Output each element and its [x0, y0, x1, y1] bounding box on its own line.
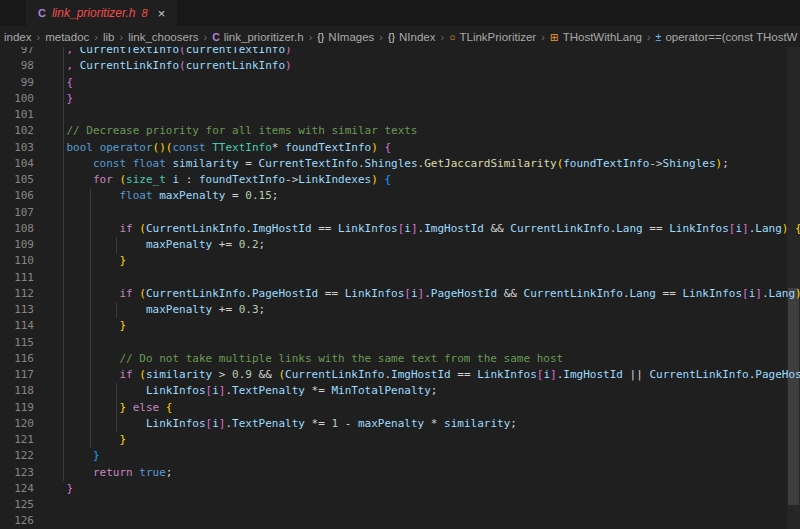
code-line[interactable]: 113 maxPenalty += 0.3;: [0, 302, 800, 318]
code-token: [40, 368, 119, 381]
code-line[interactable]: 117 if (similarity > 0.9 && (CurrentLink…: [0, 367, 800, 383]
line-number: 109: [0, 237, 40, 253]
breadcrumb-item[interactable]: ±operator==(const THostW: [656, 31, 798, 43]
code-line-content: if (CurrentLinkInfo.PageHostId == LinkIn…: [40, 286, 800, 302]
breadcrumb-item[interactable]: ⊞THostWithLang: [550, 31, 642, 43]
code-token: (: [139, 287, 146, 300]
code-line-content: // Decrease priority for all items with …: [40, 123, 418, 139]
code-line[interactable]: 112 if (CurrentLinkInfo.PageHostId == Li…: [0, 286, 800, 302]
code-token: .: [762, 287, 769, 300]
code-line[interactable]: 126: [0, 513, 800, 529]
code-line[interactable]: 103 bool operator()(const TTextInfo* fou…: [0, 140, 800, 156]
code-line[interactable]: 121 }: [0, 432, 800, 448]
breadcrumb-label: NImages: [328, 31, 374, 43]
code-token: if: [119, 287, 132, 300]
line-number: 104: [0, 156, 40, 172]
code-line[interactable]: 109 maxPenalty += 0.2;: [0, 237, 800, 253]
code-line[interactable]: 98 , CurrentLinkInfo(currentLinkInfo): [0, 58, 800, 74]
code-token: [40, 92, 67, 105]
code-editor[interactable]: 97 , CurrentTextInfo(currentTextInfo)98 …: [0, 47, 800, 529]
breadcrumb-item[interactable]: metadoc: [45, 31, 89, 43]
line-number: 118: [0, 383, 40, 399]
line-number: 119: [0, 400, 40, 416]
line-number: 126: [0, 513, 40, 529]
code-token: maxPenalty: [146, 238, 212, 251]
code-token: CurrentLinkInfo: [285, 368, 384, 381]
code-token: Lang: [630, 287, 657, 300]
code-token: foundTextInfo: [199, 173, 285, 186]
code-line[interactable]: 108 if (CurrentLinkInfo.ImgHostId == Lin…: [0, 221, 800, 237]
code-token: ->: [649, 157, 662, 170]
code-token: CurrentLinkInfo: [146, 287, 245, 300]
code-token: [40, 254, 119, 267]
code-token: i: [411, 287, 418, 300]
code-line[interactable]: 110 }: [0, 253, 800, 269]
line-number: 107: [0, 205, 40, 221]
code-token: {: [795, 222, 800, 235]
code-token: ()(: [153, 141, 173, 154]
close-icon[interactable]: ×: [158, 7, 166, 20]
code-token: foundTextInfo: [563, 157, 649, 170]
code-token: LinkInfos: [477, 368, 537, 381]
code-line[interactable]: 106 float maxPenalty = 0.15;: [0, 188, 800, 204]
code-token: CurrentLinkInfo: [524, 287, 623, 300]
code-token: LinkInfos: [146, 384, 206, 397]
code-line-content: float maxPenalty = 0.15;: [40, 188, 278, 204]
breadcrumb-item[interactable]: {}NImages: [317, 31, 374, 43]
code-token: i: [212, 384, 219, 397]
breadcrumb-item[interactable]: lib: [103, 31, 115, 43]
code-line[interactable]: 104 const float similarity = CurrentText…: [0, 156, 800, 172]
code-token: CurrentTextInfo: [259, 157, 358, 170]
code-line[interactable]: 116 // Do not take multiple links with t…: [0, 351, 800, 367]
breadcrumb-item[interactable]: index: [4, 31, 32, 43]
line-number: 111: [0, 270, 40, 286]
code-token: [40, 173, 93, 186]
code-token: PageHostId: [252, 287, 318, 300]
line-number: 99: [0, 75, 40, 91]
code-line[interactable]: 125: [0, 497, 800, 513]
code-line[interactable]: 102 // Decrease priority for all items w…: [0, 123, 800, 139]
code-line[interactable]: 118 LinkInfos[i].TextPenalty *= MinTotal…: [0, 383, 800, 399]
code-token: [40, 417, 146, 430]
code-token: Shingles: [365, 157, 418, 170]
code-token: .: [623, 287, 630, 300]
code-token: {: [384, 141, 391, 154]
breadcrumb-item[interactable]: ○TLinkPrioritizer: [449, 31, 536, 43]
code-token: [: [404, 287, 411, 300]
code-line[interactable]: 107: [0, 205, 800, 221]
code-line[interactable]: 123 return true;: [0, 465, 800, 481]
code-line[interactable]: 97 , CurrentTextInfo(currentTextInfo): [0, 47, 800, 58]
code-line[interactable]: 111: [0, 270, 800, 286]
code-line[interactable]: 100 }: [0, 91, 800, 107]
code-token: [73, 47, 80, 56]
breadcrumb-item[interactable]: Clink_prioritizer.h: [212, 31, 304, 43]
code-line[interactable]: 105 for (size_t i : foundTextInfo->LinkI…: [0, 172, 800, 188]
code-line[interactable]: 124 }: [0, 481, 800, 497]
code-token: }: [93, 449, 100, 462]
code-line[interactable]: 99 {: [0, 75, 800, 91]
breadcrumb-item[interactable]: link_choosers: [128, 31, 198, 43]
code-line[interactable]: 119 } else {: [0, 400, 800, 416]
code-token: i: [404, 222, 411, 235]
editor-tab-link-prioritizer[interactable]: C link_prioritizer.h 8 ×: [26, 0, 177, 26]
code-token: [126, 401, 133, 414]
code-token: operator: [100, 141, 153, 154]
line-number: 124: [0, 481, 40, 497]
code-token: &&: [484, 222, 511, 235]
line-number: 121: [0, 432, 40, 448]
code-token: ): [795, 287, 800, 300]
code-token: 0.2: [239, 238, 259, 251]
code-line[interactable]: 114 }: [0, 318, 800, 334]
code-token: ==: [643, 222, 670, 235]
breadcrumb-item[interactable]: {}NIndex: [388, 31, 435, 43]
code-token: Lang: [769, 287, 796, 300]
code-token: }: [67, 92, 74, 105]
code-line[interactable]: 115: [0, 335, 800, 351]
code-line[interactable]: 101: [0, 107, 800, 123]
code-line-content: if (CurrentLinkInfo.ImgHostId == LinkInf…: [40, 221, 800, 237]
code-line-content: {: [40, 75, 73, 91]
code-token: 0.15: [245, 189, 272, 202]
code-line[interactable]: 120 LinkInfos[i].TextPenalty *= 1 - maxP…: [0, 416, 800, 432]
code-line-content: }: [40, 91, 73, 107]
code-line[interactable]: 122 }: [0, 448, 800, 464]
